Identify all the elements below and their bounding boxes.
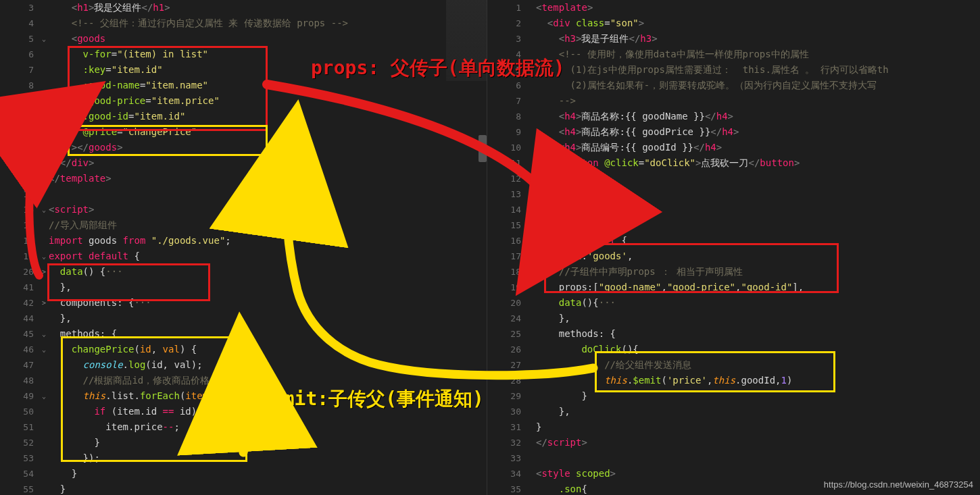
code-line[interactable]: 28 this.$emit('price',this.goodId,1) <box>487 373 980 388</box>
code-content[interactable]: changePrice(id, val) { <box>49 342 197 357</box>
code-content[interactable]: item.price--; <box>49 419 180 435</box>
code-line[interactable]: 50 if (item.id == id) { <box>0 404 487 419</box>
code-line[interactable]: 42> components: {··· <box>0 295 487 311</box>
code-line[interactable]: 53 }); <box>0 450 487 466</box>
code-content[interactable]: data() {··· <box>49 264 123 280</box>
code-content[interactable]: }, <box>536 404 570 419</box>
code-line[interactable]: 1<template> <box>487 0 980 16</box>
code-line[interactable]: 46⌄ changePrice(id, val) { <box>0 342 487 357</box>
code-line[interactable]: 45⌄ methods: { <box>0 326 487 342</box>
code-line[interactable]: 13</template> <box>487 186 980 202</box>
fold-icon[interactable]: ⌄ <box>39 249 49 264</box>
code-line[interactable]: 4 <!-- 父组件：通过行内自定义属性 来 传递数据给 props --> <box>0 16 487 31</box>
code-content[interactable]: methods: { <box>536 326 616 342</box>
code-content[interactable]: name:'goods', <box>536 249 633 264</box>
fold-icon[interactable]: ⌄ <box>39 31 49 47</box>
code-line[interactable]: 3 <h1>我是父组件</h1> <box>0 0 487 16</box>
code-line[interactable]: 7 :key="item.id" <box>0 62 487 78</box>
code-line[interactable]: 5 (1)在js中使用props属性需要通过： this.属性名 。 行内可以省… <box>487 62 980 78</box>
code-content[interactable]: this.list.forEach(item => { <box>49 388 237 404</box>
code-line[interactable]: 8 :good-name="item.name" <box>0 78 487 93</box>
fold-icon[interactable]: > <box>39 295 49 311</box>
code-content[interactable]: import goods from "./goods.vue"; <box>49 233 231 249</box>
code-content[interactable]: ></goods> <box>49 140 123 155</box>
code-line[interactable]: 52 } <box>0 435 487 450</box>
code-line[interactable]: 41 }, <box>0 280 487 295</box>
code-line[interactable]: 15<script> <box>487 217 980 233</box>
fold-icon[interactable]: ⌄ <box>39 388 49 404</box>
code-content[interactable]: </div> <box>49 155 94 171</box>
code-content[interactable]: export default { <box>49 249 140 264</box>
code-content[interactable]: doClick(){ <box>536 342 639 357</box>
code-content[interactable]: }, <box>49 311 72 326</box>
code-content[interactable]: v-for="(item) in list" <box>49 47 208 62</box>
code-line[interactable]: 24 }, <box>487 311 980 326</box>
code-line[interactable]: 31} <box>487 419 980 435</box>
code-line[interactable]: 15 <box>0 186 487 202</box>
code-content[interactable]: .son{ <box>536 481 587 495</box>
code-content[interactable]: :good-name="item.name" <box>49 78 208 93</box>
code-content[interactable]: :good-id="item.id" <box>49 109 185 124</box>
code-line[interactable]: 29 } <box>487 388 980 404</box>
fold-icon[interactable]: ⌄ <box>39 202 49 217</box>
code-line[interactable]: 12 ></goods> <box>0 140 487 155</box>
code-line[interactable]: 11 <button @click="doClick">点我砍一刀</butto… <box>487 155 980 171</box>
code-line[interactable]: 33 <box>487 450 980 466</box>
code-content[interactable]: //给父组件发送消息 <box>536 357 691 373</box>
code-line[interactable]: 27 //给父组件发送消息 <box>487 357 980 373</box>
code-content[interactable]: } <box>49 435 100 450</box>
code-line[interactable]: 9 :good-price="item.price" <box>0 93 487 109</box>
code-content[interactable]: //子组件中声明props ： 相当于声明属性 <box>536 264 743 280</box>
code-content[interactable]: if (item.id == id) { <box>49 404 208 419</box>
code-content[interactable]: </template> <box>49 171 112 186</box>
code-line[interactable]: 6 v-for="(item) in list" <box>0 47 487 62</box>
code-content[interactable]: <script> <box>49 202 94 217</box>
code-content[interactable]: //根据商品id，修改商品价格 <box>49 373 210 388</box>
code-content[interactable]: //导入局部组件 <box>49 217 117 233</box>
code-line[interactable]: 54 } <box>0 466 487 481</box>
code-content[interactable]: <h4>商品名称:{{ goodName }}</h4> <box>536 109 733 124</box>
code-line[interactable]: 19⌄export default { <box>0 249 487 264</box>
code-line[interactable]: 5⌄ <goods <box>0 31 487 47</box>
code-content[interactable]: :good-price="item.price" <box>49 93 220 109</box>
fold-icon[interactable]: ⌄ <box>39 326 49 342</box>
code-line[interactable]: 4 <!-- 使用时，像使用data中属性一样使用props中的属性 <box>487 47 980 62</box>
code-line[interactable]: 18import goods from "./goods.vue"; <box>0 233 487 249</box>
code-line[interactable]: 48 //根据商品id，修改商品价格 <box>0 373 487 388</box>
code-content[interactable]: }, <box>49 280 72 295</box>
code-content[interactable]: data(){··· <box>536 295 616 311</box>
code-line[interactable]: 9 <h4>商品名称:{{ goodPrice }}</h4> <box>487 124 980 140</box>
code-line[interactable]: 10 :good-id="item.id" <box>0 109 487 124</box>
code-line[interactable]: 2 <div class="son"> <box>487 16 980 31</box>
code-line[interactable]: 55 } <box>0 481 487 495</box>
code-line[interactable]: 11 @price="changePrice" <box>0 124 487 140</box>
code-line[interactable]: 6 (2)属性名如果有-，则需要转成驼峰。（因为行内自定义属性不支持大写 <box>487 78 980 93</box>
code-line[interactable]: 16export default { <box>487 233 980 249</box>
code-content[interactable]: <!-- 使用时，像使用data中属性一样使用props中的属性 <box>536 47 809 62</box>
code-line[interactable]: 26 doClick(){ <box>487 342 980 357</box>
code-content[interactable]: console.log(id, val); <box>49 357 203 373</box>
code-line[interactable]: 14</template> <box>0 171 487 186</box>
code-line[interactable]: 8 <h4>商品名称:{{ goodName }}</h4> <box>487 109 980 124</box>
code-line[interactable]: 32</script> <box>487 435 980 450</box>
code-line[interactable]: 17//导入局部组件 <box>0 217 487 233</box>
code-content[interactable]: <template> <box>536 0 593 16</box>
code-content[interactable]: <h4>商品名称:{{ goodPrice }}</h4> <box>536 124 739 140</box>
code-line[interactable]: 7 --> <box>487 93 980 109</box>
code-content[interactable]: (2)属性名如果有-，则需要转成驼峰。（因为行内自定义属性不支持大写 <box>536 78 877 93</box>
code-content[interactable]: <script> <box>536 217 581 233</box>
code-content[interactable]: <h4>商品编号:{{ goodId }}</h4> <box>536 140 722 155</box>
code-content[interactable]: props:["good-name","good-price","good-id… <box>536 280 804 295</box>
code-line[interactable]: 3 <h3>我是子组件</h3> <box>487 31 980 47</box>
code-content[interactable]: </script> <box>536 435 587 450</box>
code-content[interactable]: <h1>我是父组件</h1> <box>49 0 170 16</box>
code-content[interactable]: @price="changePrice" <box>49 124 197 140</box>
code-content[interactable]: } <box>49 466 77 481</box>
code-content[interactable]: export default { <box>536 233 627 249</box>
left-editor-pane[interactable]: 3 <h1>我是父组件</h1>4 <!-- 父组件：通过行内自定义属性 来 传… <box>0 0 487 495</box>
code-content[interactable]: <h3>我是子组件</h3> <box>536 31 658 47</box>
fold-icon[interactable]: ⌄ <box>39 342 49 357</box>
code-line[interactable]: 44 }, <box>0 311 487 326</box>
code-content[interactable]: components: {··· <box>49 295 151 311</box>
code-content[interactable]: <button @click="doClick">点我砍一刀</button> <box>536 155 800 171</box>
